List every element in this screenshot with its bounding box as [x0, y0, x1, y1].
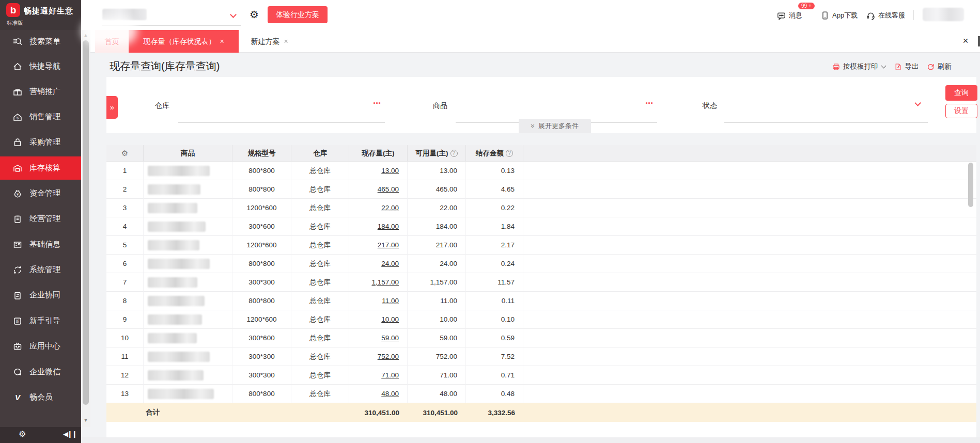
guide-icon: 新 — [12, 316, 23, 326]
column-settings-gear[interactable]: ⚙ — [106, 145, 144, 162]
current-qty-link[interactable]: 48.00 — [381, 390, 399, 398]
col-available[interactable]: 可用量(主)? — [408, 145, 466, 162]
horizontal-scrollbar-track[interactable] — [81, 437, 980, 443]
status-select[interactable] — [724, 122, 928, 123]
filler-cell — [523, 385, 976, 403]
close-all-tabs-icon[interactable]: × — [959, 35, 972, 47]
sidebar-item-sales[interactable]: $销售管理 — [0, 105, 81, 129]
sidebar-item-funds[interactable]: ¥资金管理 — [0, 182, 81, 205]
filter-expander-tab[interactable]: » — [106, 96, 118, 119]
company-name-redacted[interactable] — [102, 9, 147, 20]
col-qty[interactable]: 现存量(主) — [349, 145, 408, 162]
warehouse-picker-dots-icon[interactable]: ⋯ — [373, 99, 381, 108]
sidebar-item-purchase[interactable]: 采购管理 — [0, 131, 81, 154]
tab-close-icon[interactable]: × — [220, 37, 224, 45]
sidebar-item-gift[interactable]: 营销推广 — [0, 80, 81, 103]
current-qty-link[interactable]: 217.00 — [378, 241, 399, 249]
sidebar-item-label: 基础信息 — [29, 240, 60, 249]
current-qty-link[interactable]: 13.00 — [381, 167, 399, 175]
table-row[interactable]: 10300*600总仓库59.0059.000.59 — [106, 329, 976, 347]
sidebar-item-member[interactable]: V畅会员 — [0, 386, 81, 409]
sidebar-settings-gear-icon[interactable]: ⚙ — [19, 429, 26, 439]
brand-edition: 标准版 — [7, 20, 23, 27]
expand-more-conditions-button[interactable]: » 展开更多条件 — [519, 119, 591, 133]
col-amount[interactable]: 结存金额? — [466, 145, 523, 162]
sidebar-collapse-icon[interactable]: ◀❙❙ — [63, 430, 76, 438]
col-goods[interactable]: 商品 — [144, 145, 232, 162]
table-row[interactable]: 51200*600总仓库217.00217.002.17 — [106, 236, 976, 255]
tab-new-plan[interactable]: 新建方案× — [245, 30, 294, 53]
goods-picker-dots-icon[interactable]: ⋯ — [645, 99, 654, 108]
col-warehouse[interactable]: 仓库 — [291, 145, 349, 162]
current-qty-link[interactable]: 752.00 — [378, 353, 399, 360]
table-row[interactable]: 8800*800总仓库11.0011.000.11 — [106, 292, 976, 310]
goods-name-redacted — [148, 222, 206, 232]
tab-close-icon[interactable]: × — [284, 37, 288, 45]
sidebar-item-guide[interactable]: 新新手引导 — [0, 309, 81, 333]
status-chevron-down-icon[interactable] — [914, 100, 921, 106]
qty-cell: 11.00 — [349, 292, 408, 310]
print-chevron-down-icon[interactable] — [881, 64, 886, 69]
table-scrollbar-thumb[interactable] — [968, 163, 973, 207]
online-service-item[interactable]: 在线客服 — [866, 10, 905, 21]
company-chevron-down-icon[interactable] — [230, 11, 237, 18]
table-row[interactable]: 4300*600总仓库184.00184.001.84 — [106, 217, 976, 236]
current-qty-link[interactable]: 184.00 — [378, 223, 399, 230]
sidebar-item-label: 畅会员 — [29, 392, 53, 402]
settings-button[interactable]: 设置 — [945, 104, 977, 118]
sidebar-item-inventory[interactable]: 库存核算 — [0, 156, 81, 180]
current-qty-link[interactable]: 465.00 — [378, 185, 399, 193]
col-spec[interactable]: 规格型号 — [232, 145, 291, 162]
sidebar-item-home[interactable]: 快捷导航 — [0, 55, 81, 78]
sidebar-scrollbar-thumb[interactable] — [83, 40, 89, 405]
table-row[interactable]: 7300*300总仓库1,157.001,157.0011.57 — [106, 273, 976, 292]
table-row[interactable]: 2800*800总仓库465.00465.004.65 — [106, 180, 976, 199]
export-button[interactable]: 导出 — [894, 62, 919, 71]
sidebar-item-operation[interactable]: 经营管理 — [0, 207, 81, 230]
table-row[interactable]: 31200*600总仓库22.0022.000.22 — [106, 199, 976, 217]
table-row[interactable]: 6800*800总仓库24.0024.000.24 — [106, 255, 976, 273]
sidebar-menu: 搜索菜单快捷导航营销推广$销售管理采购管理库存核算¥资金管理经营管理基础信息系统… — [0, 30, 81, 427]
refresh-button[interactable]: 刷新 — [926, 62, 952, 71]
qty-cell: 184.00 — [349, 217, 408, 236]
sidebar-footer: ⚙ ◀❙❙ — [0, 427, 81, 443]
current-qty-link[interactable]: 10.00 — [381, 315, 399, 323]
current-qty-link[interactable]: 22.00 — [381, 204, 399, 212]
current-qty-link[interactable]: 1,157.00 — [371, 278, 399, 286]
table-row[interactable]: 11300*300总仓库752.00752.007.52 — [106, 347, 976, 366]
sidebar-item-app-center[interactable]: 应用中心 — [0, 335, 81, 358]
current-qty-link[interactable]: 11.00 — [382, 297, 399, 305]
filler-cell — [523, 180, 976, 199]
help-icon[interactable]: ? — [506, 150, 513, 157]
table-row[interactable]: 91200*600总仓库10.0010.000.10 — [106, 310, 976, 329]
table-row[interactable]: 12300*300总仓库71.0071.000.71 — [106, 366, 976, 385]
query-button[interactable]: 查询 — [945, 85, 977, 101]
table-row[interactable]: 1800*800总仓库13.0013.000.13 — [106, 162, 976, 180]
tab-overflow-sliver — [978, 36, 980, 46]
tab-current-stock[interactable]: 现存量（库存状况表）× — [129, 30, 239, 53]
amount-cell: 0.11 — [466, 292, 523, 310]
app-download-label: App下载 — [832, 11, 858, 20]
sidebar-item-wechat[interactable]: 企业微信 — [0, 360, 81, 384]
available-cell: 24.00 — [408, 255, 466, 273]
tab-home[interactable]: 首页 — [95, 30, 129, 53]
sidebar-scrollbar[interactable]: ▲ ▼ — [81, 30, 90, 427]
settings-gear-icon[interactable]: ⚙ — [250, 8, 259, 21]
current-qty-link[interactable]: 59.00 — [381, 334, 399, 342]
warehouse-input[interactable] — [178, 122, 385, 123]
sidebar-item-collaboration[interactable]: 企业协同 — [0, 283, 81, 307]
current-qty-link[interactable]: 71.00 — [381, 371, 399, 379]
sidebar-item-basic-info[interactable]: 基础信息 — [0, 233, 81, 256]
print-by-template-button[interactable]: 按模板打印 — [832, 62, 886, 71]
messages-item[interactable]: 消息 — [776, 10, 802, 21]
table-row[interactable]: 13800*800总仓库48.0048.000.48 — [106, 385, 976, 403]
help-icon[interactable]: ? — [450, 150, 458, 157]
user-name-redacted[interactable] — [923, 8, 964, 21]
current-qty-link[interactable]: 24.00 — [381, 260, 399, 267]
app-download-item[interactable]: App下载 — [820, 10, 858, 21]
sidebar-item-search[interactable]: 搜索菜单 — [0, 30, 81, 53]
scroll-down-icon[interactable]: ▼ — [81, 416, 90, 424]
scroll-up-icon[interactable]: ▲ — [81, 31, 90, 39]
sidebar-item-system[interactable]: 系统管理 — [0, 258, 81, 281]
experience-industry-button[interactable]: 体验行业方案 — [268, 6, 328, 23]
